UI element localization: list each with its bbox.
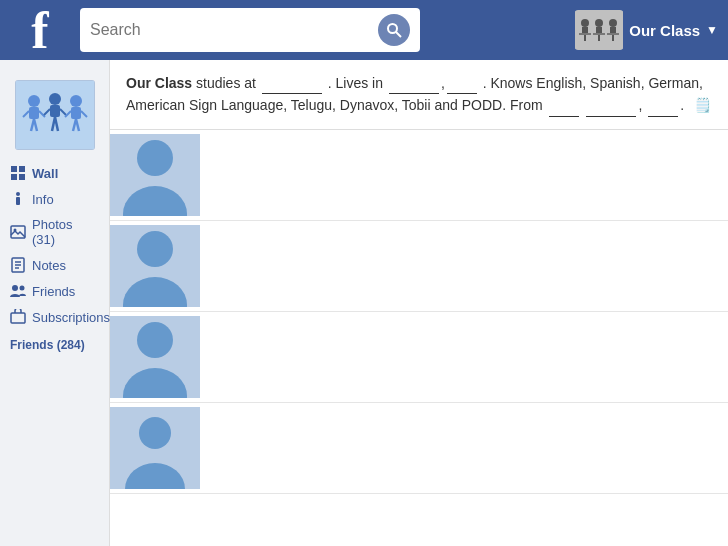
info-icon xyxy=(10,191,26,207)
bio-comma1: , xyxy=(441,75,445,91)
edit-icon[interactable]: 🗒️ xyxy=(694,94,711,116)
main-layout: Wall Info Photos (31) Notes Friends Subs… xyxy=(0,60,728,546)
svg-rect-12 xyxy=(579,33,591,35)
svg-point-56 xyxy=(137,322,173,358)
friends-list xyxy=(110,130,728,494)
friend-info xyxy=(200,438,728,458)
friend-item xyxy=(110,312,728,403)
svg-point-16 xyxy=(28,95,40,107)
svg-rect-39 xyxy=(16,197,20,205)
svg-point-50 xyxy=(137,140,173,176)
class-avatar xyxy=(575,10,623,50)
svg-point-22 xyxy=(49,93,61,105)
svg-point-59 xyxy=(139,417,171,449)
bio-lives-text: . Lives in xyxy=(328,75,387,91)
notes-icon xyxy=(10,257,26,273)
sidebar-item-friends[interactable]: Friends xyxy=(0,278,109,304)
svg-point-0 xyxy=(388,24,397,33)
svg-point-9 xyxy=(609,19,617,27)
svg-rect-37 xyxy=(19,174,25,180)
sidebar-item-subscriptions[interactable]: Subscriptions xyxy=(0,304,109,330)
search-bar xyxy=(80,8,420,52)
svg-rect-48 xyxy=(11,313,25,323)
svg-point-53 xyxy=(137,231,173,267)
person-silhouette-icon xyxy=(110,134,200,216)
bio-text-class: Our Class xyxy=(126,75,192,91)
svg-rect-29 xyxy=(71,107,81,119)
friends-count-label: Friends (284) xyxy=(0,330,109,356)
friend-item xyxy=(110,221,728,312)
class-name-label: Our Class xyxy=(629,22,700,39)
svg-rect-36 xyxy=(11,174,17,180)
sidebar-item-notes[interactable]: Notes xyxy=(0,252,109,278)
svg-point-3 xyxy=(581,19,589,27)
svg-point-38 xyxy=(16,192,20,196)
person-silhouette-icon xyxy=(110,407,200,489)
svg-rect-34 xyxy=(11,166,17,172)
sidebar-item-wall[interactable]: Wall xyxy=(0,160,109,186)
bio-blank-from2 xyxy=(586,116,636,117)
friend-info xyxy=(200,165,728,185)
search-input[interactable] xyxy=(90,21,370,39)
bio-studies-text: studies at xyxy=(196,75,260,91)
friend-item xyxy=(110,403,728,494)
search-icon xyxy=(386,22,402,38)
facebook-logo: f xyxy=(10,0,70,60)
svg-point-47 xyxy=(20,286,25,291)
friend-avatar xyxy=(110,225,200,307)
bio-blank-state xyxy=(447,93,477,94)
search-button[interactable] xyxy=(378,14,410,46)
svg-point-6 xyxy=(595,19,603,27)
sidebar-profile-pic-area xyxy=(0,70,109,160)
bio-blank-from3 xyxy=(648,116,678,117)
svg-line-1 xyxy=(396,32,401,37)
sidebar-item-photos[interactable]: Photos (31) xyxy=(0,212,109,252)
bio-blank-studies xyxy=(262,93,322,94)
sidebar-avatar-image xyxy=(16,81,94,149)
header: f xyxy=(0,0,728,60)
bio-comma2: , xyxy=(638,97,642,113)
svg-rect-35 xyxy=(19,166,25,172)
person-silhouette-icon xyxy=(110,225,200,307)
svg-point-28 xyxy=(70,95,82,107)
profile-nav[interactable]: Our Class ▼ xyxy=(575,10,718,50)
svg-rect-17 xyxy=(29,107,39,119)
photos-icon xyxy=(10,224,26,240)
sidebar-avatar xyxy=(15,80,95,150)
content-area: Our Class studies at . Lives in , . Know… xyxy=(110,60,728,546)
bio-section: Our Class studies at . Lives in , . Know… xyxy=(110,60,728,130)
person-silhouette-icon xyxy=(110,316,200,398)
class-avatar-image xyxy=(575,11,623,49)
bio-blank-from1 xyxy=(549,116,579,117)
friend-info xyxy=(200,347,728,367)
svg-rect-23 xyxy=(50,105,60,117)
subscriptions-icon xyxy=(10,309,26,325)
svg-point-46 xyxy=(12,285,18,291)
svg-rect-13 xyxy=(593,33,605,35)
friend-item xyxy=(110,130,728,221)
sidebar-item-info[interactable]: Info xyxy=(0,186,109,212)
sidebar: Wall Info Photos (31) Notes Friends Subs… xyxy=(0,60,110,546)
friends-nav-icon xyxy=(10,283,26,299)
friend-avatar xyxy=(110,407,200,489)
svg-rect-14 xyxy=(607,33,619,35)
bio-period: . xyxy=(680,97,684,113)
wall-icon xyxy=(10,165,26,181)
friend-avatar xyxy=(110,134,200,216)
friend-avatar xyxy=(110,316,200,398)
friend-info xyxy=(200,256,728,276)
dropdown-arrow-icon: ▼ xyxy=(706,23,718,37)
bio-blank-city xyxy=(389,93,439,94)
